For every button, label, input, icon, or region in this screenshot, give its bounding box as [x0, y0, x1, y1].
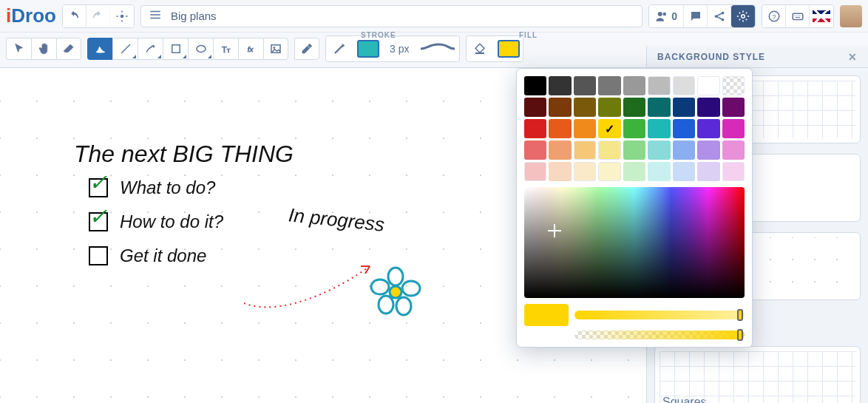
checklist-item[interactable]: ✓What to do? [89, 177, 223, 198]
checkmark-icon: ✓ [89, 203, 107, 229]
alpha-slider[interactable] [574, 331, 745, 339]
panel-close-button[interactable]: ✕ [848, 51, 858, 63]
spectrum-cursor[interactable] [551, 227, 558, 234]
palette-swatch[interactable] [598, 76, 620, 95]
chat-button[interactable] [684, 5, 708, 27]
palette-swatch[interactable] [648, 119, 670, 138]
settings-button[interactable] [731, 5, 755, 27]
palette-swatch[interactable] [549, 162, 571, 181]
checkbox[interactable]: ✓ [89, 178, 108, 197]
palette-swatch[interactable] [673, 162, 695, 181]
share-button[interactable] [708, 5, 731, 27]
svg-point-0 [121, 14, 124, 18]
color-spectrum[interactable] [524, 187, 745, 298]
palette-swatch[interactable] [673, 140, 695, 160]
eraser-tool[interactable] [56, 38, 81, 60]
palette-swatch[interactable] [648, 76, 670, 95]
palette-swatch[interactable] [549, 140, 571, 160]
board-menu-icon[interactable] [149, 8, 162, 24]
palette-swatch[interactable] [697, 98, 719, 117]
pen-tool[interactable] [87, 38, 112, 60]
pan-tool[interactable] [31, 38, 56, 60]
palette-swatch[interactable] [673, 76, 695, 95]
redo-button[interactable] [87, 5, 110, 27]
bg-option-label: Squares [662, 396, 707, 403]
palette-swatch[interactable] [623, 98, 645, 117]
checkbox[interactable] [89, 246, 108, 265]
image-tool[interactable] [263, 38, 288, 60]
palette-swatch[interactable] [524, 76, 546, 95]
palette-swatch[interactable] [722, 76, 745, 95]
ellipse-tool[interactable] [188, 38, 213, 60]
arrow-tool[interactable] [138, 38, 163, 60]
palette-swatch[interactable] [574, 98, 596, 117]
palette-swatch[interactable] [673, 98, 695, 117]
palette-swatch[interactable] [697, 140, 719, 160]
checklist-item[interactable]: ✓How to do it? [89, 211, 223, 232]
keyboard-button[interactable] [786, 5, 810, 27]
palette-swatch[interactable] [697, 76, 719, 95]
palette-swatch[interactable] [524, 140, 546, 160]
palette-swatch[interactable] [623, 76, 645, 95]
palette-swatch[interactable] [722, 119, 745, 138]
lightness-slider[interactable] [574, 311, 745, 319]
formula-tool[interactable]: fx [238, 38, 263, 60]
color-picker-popover [516, 68, 753, 348]
shape-tool[interactable] [163, 38, 188, 60]
checkbox[interactable]: ✓ [89, 212, 108, 231]
language-button[interactable] [810, 5, 833, 27]
eyedropper-tool[interactable] [294, 38, 319, 60]
help-button[interactable]: ? [762, 5, 786, 27]
panel-title: BACKGROUND STYLE [657, 52, 765, 62]
palette-swatch[interactable] [598, 119, 620, 138]
svg-point-2 [663, 12, 667, 16]
palette-swatch[interactable] [598, 98, 620, 117]
select-tool[interactable] [6, 38, 31, 60]
palette-swatch[interactable] [623, 140, 645, 160]
palette-swatch[interactable] [598, 162, 620, 181]
palette-swatch[interactable] [524, 162, 546, 181]
palette-swatch[interactable] [549, 98, 571, 117]
stroke-section-label: STROKE [361, 31, 396, 39]
fill-section-label: FILL [519, 31, 538, 39]
svg-point-21 [371, 280, 389, 294]
palette-swatch[interactable] [673, 119, 695, 138]
checklist-item[interactable]: Get it done [89, 245, 223, 266]
svg-point-19 [396, 297, 411, 315]
palette-swatch[interactable] [722, 98, 745, 117]
svg-text:T: T [226, 47, 230, 53]
canvas-arrow[interactable] [237, 259, 384, 318]
palette-swatch[interactable] [524, 98, 546, 117]
palette-swatch[interactable] [697, 119, 719, 138]
palette-swatch[interactable] [648, 162, 670, 181]
collaborators-count: 0 [671, 10, 677, 22]
fill-bucket-icon[interactable] [469, 38, 490, 60]
palette-swatch[interactable] [623, 119, 645, 138]
palette-swatch[interactable] [574, 140, 596, 160]
palette-swatch[interactable] [648, 98, 670, 117]
palette-swatch[interactable] [549, 119, 571, 138]
palette-swatch[interactable] [623, 162, 645, 181]
collaborators-button[interactable]: 0 [649, 5, 684, 27]
bg-option-squares[interactable]: Squares [654, 346, 861, 403]
palette-swatch[interactable] [598, 140, 620, 160]
user-avatar[interactable] [840, 5, 862, 27]
canvas-title-text[interactable]: The next BIG THING [74, 140, 294, 168]
palette-swatch[interactable] [574, 76, 596, 95]
stroke-style-icon[interactable] [329, 38, 350, 60]
canvas-flower-drawing[interactable] [370, 266, 421, 321]
palette-swatch[interactable] [549, 76, 571, 95]
undo-button[interactable] [63, 5, 87, 27]
canvas-annotation[interactable]: In progress [288, 203, 386, 236]
palette-swatch[interactable] [722, 140, 745, 160]
palette-swatch[interactable] [574, 119, 596, 138]
line-tool[interactable] [112, 38, 138, 60]
palette-swatch[interactable] [697, 162, 719, 181]
board-title[interactable]: Big plans [171, 10, 217, 22]
palette-swatch[interactable] [524, 119, 546, 138]
locate-button[interactable] [110, 5, 134, 27]
text-tool[interactable]: TT [213, 38, 238, 60]
palette-swatch[interactable] [648, 140, 670, 160]
palette-swatch[interactable] [574, 162, 596, 181]
palette-swatch[interactable] [722, 162, 745, 181]
